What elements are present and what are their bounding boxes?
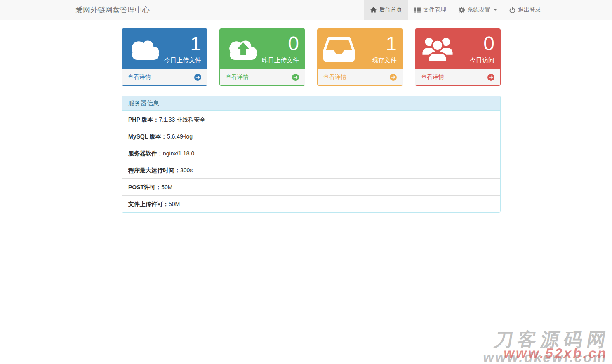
row-value: 50M	[161, 184, 172, 190]
stat-card-today-uploads: 1 今日上传文件 查看详情	[122, 28, 207, 86]
row-label: PHP 版本：	[128, 116, 159, 123]
server-info-row-max-exec-time: 程序最大运行时间：300s	[122, 162, 500, 178]
view-details-link[interactable]: 查看详情	[318, 69, 403, 85]
arrow-circle-right-icon	[194, 74, 201, 81]
stat-cards-row: 1 今日上传文件 查看详情	[122, 28, 501, 86]
stat-value: 1	[372, 34, 397, 54]
stat-label: 今日访问	[470, 56, 494, 64]
stat-card-head: 0 今日访问	[415, 29, 500, 69]
stat-card-existing-files: 1 现存文件 查看详情	[317, 28, 403, 86]
inbox-icon	[323, 36, 355, 62]
power-icon	[509, 7, 515, 13]
view-details-label: 查看详情	[226, 73, 249, 81]
watermark-overlay-url: www.52xb.cn	[503, 346, 609, 360]
server-info-row-php: PHP 版本：7.1.33 非线程安全	[122, 111, 500, 128]
stat-card-yesterday-uploads: 0 昨日上传文件 查看详情	[219, 28, 305, 86]
stat-label: 昨日上传文件	[262, 56, 299, 64]
server-info-row-upload-limit: 文件上传许可：50M	[122, 195, 500, 212]
cloud-upload-icon	[226, 36, 259, 62]
row-value: 50M	[169, 201, 180, 207]
gear-icon	[459, 7, 465, 13]
view-details-link[interactable]: 查看详情	[220, 69, 305, 85]
server-info-panel-title: 服务器信息	[122, 96, 500, 111]
row-value: 7.1.33 非线程安全	[159, 116, 205, 123]
view-details-link[interactable]: 查看详情	[415, 69, 500, 85]
row-value: 5.6.49-log	[167, 133, 193, 140]
view-details-label: 查看详情	[421, 73, 444, 81]
arrow-circle-right-icon	[390, 74, 397, 81]
nav-item-label: 后台首页	[379, 6, 402, 14]
arrow-circle-right-icon	[487, 74, 494, 81]
home-icon	[370, 7, 377, 13]
main-nav: 后台首页 文件管理	[364, 0, 547, 20]
view-details-link[interactable]: 查看详情	[122, 69, 207, 85]
row-value: nginx/1.18.0	[163, 150, 194, 157]
main-content: 1 今日上传文件 查看详情	[122, 20, 501, 213]
nav-item-label: 退出登录	[518, 6, 541, 14]
server-info-row-mysql: MySQL 版本：5.6.49-log	[122, 128, 500, 145]
users-icon	[421, 36, 454, 62]
row-label: 服务器软件：	[128, 150, 163, 157]
view-details-label: 查看详情	[323, 73, 346, 81]
chevron-down-icon	[494, 9, 497, 11]
stat-value: 0	[262, 34, 299, 54]
stat-card-today-visits: 0 今日访问 查看详情	[415, 28, 501, 86]
stat-label: 现存文件	[372, 56, 397, 64]
server-info-panel: 服务器信息 PHP 版本：7.1.33 非线程安全 MySQL 版本：5.6.4…	[122, 96, 501, 213]
stat-card-head: 0 昨日上传文件	[220, 29, 305, 69]
nav-item-settings[interactable]: 系统设置	[452, 0, 503, 20]
stat-card-head: 1 现存文件	[318, 29, 403, 69]
server-info-row-post-limit: POST许可：50M	[122, 178, 500, 195]
nav-item-label: 文件管理	[423, 6, 446, 14]
row-label: POST许可：	[128, 184, 161, 190]
arrow-circle-right-icon	[292, 74, 299, 81]
stat-value: 1	[164, 34, 201, 54]
watermark: 刀客源码网 www.dkewl.com www.52xb.cn	[482, 330, 612, 364]
navbar-container: 爱网外链网盘管理中心 后台首页 文件管理	[65, 0, 547, 20]
stat-value: 0	[470, 34, 494, 54]
cloud-icon	[128, 36, 162, 62]
row-label: MySQL 版本：	[128, 133, 167, 140]
nav-item-label: 系统设置	[467, 6, 490, 14]
row-value: 300s	[180, 167, 193, 174]
brand-title: 爱网外链网盘管理中心	[65, 0, 150, 20]
top-navbar: 爱网外链网盘管理中心 后台首页 文件管理	[0, 0, 612, 20]
server-info-row-server-software: 服务器软件：nginx/1.18.0	[122, 145, 500, 162]
nav-item-files[interactable]: 文件管理	[408, 0, 452, 20]
nav-item-dashboard[interactable]: 后台首页	[364, 0, 408, 20]
row-label: 程序最大运行时间：	[128, 167, 180, 174]
nav-item-logout[interactable]: 退出登录	[503, 0, 547, 20]
view-details-label: 查看详情	[128, 73, 151, 81]
stat-label: 今日上传文件	[164, 56, 201, 64]
list-icon	[414, 7, 421, 13]
row-label: 文件上传许可：	[128, 201, 169, 207]
stat-card-head: 1 今日上传文件	[122, 29, 207, 69]
